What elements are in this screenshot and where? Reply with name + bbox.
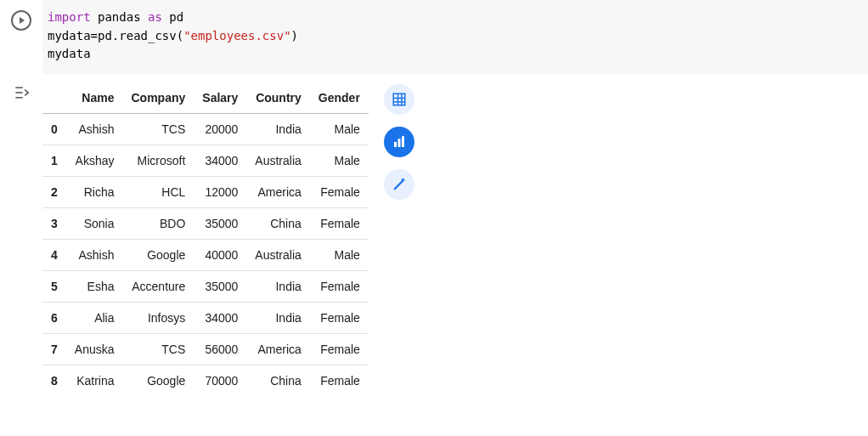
output-gutter[interactable] bbox=[0, 79, 42, 101]
table-cell: Male bbox=[310, 240, 369, 271]
table-row: 1AkshayMicrosoft34000AustraliaMale bbox=[42, 145, 369, 177]
table-view-button[interactable] bbox=[384, 84, 414, 115]
table-cell: Male bbox=[310, 114, 369, 145]
bar-chart-icon bbox=[392, 134, 407, 150]
table-cell: Google bbox=[123, 240, 194, 271]
table-cell: India bbox=[246, 114, 309, 145]
table-cell: Microsoft bbox=[123, 145, 194, 177]
row-index: 3 bbox=[42, 208, 66, 240]
code-text: pandas bbox=[98, 10, 141, 24]
output-body: Name Company Salary Country Gender 0Ashi… bbox=[42, 79, 414, 396]
run-cell-button[interactable] bbox=[11, 10, 31, 31]
code-text: mydata=pd.read_csv( bbox=[48, 29, 183, 42]
table-cell: Ashish bbox=[66, 114, 123, 145]
table-cell: Sonia bbox=[66, 208, 123, 240]
col-header: Salary bbox=[194, 82, 246, 114]
output-cell: Name Company Salary Country Gender 0Ashi… bbox=[0, 79, 868, 396]
table-cell: TCS bbox=[123, 334, 194, 365]
col-header: Country bbox=[246, 82, 309, 114]
dataframe-table: Name Company Salary Country Gender 0Ashi… bbox=[42, 82, 369, 396]
table-icon bbox=[392, 92, 407, 107]
table-cell: Female bbox=[310, 177, 369, 208]
play-icon bbox=[11, 10, 31, 31]
col-header: Name bbox=[66, 82, 123, 114]
table-cell: Akshay bbox=[66, 145, 123, 177]
table-cell: Female bbox=[310, 271, 369, 303]
row-index: 2 bbox=[42, 177, 66, 208]
code-text: ) bbox=[291, 29, 298, 42]
col-header: Gender bbox=[310, 82, 369, 114]
table-cell: Australia bbox=[246, 145, 309, 177]
table-cell: Australia bbox=[246, 240, 309, 271]
table-row: 7AnuskaTCS56000AmericaFemale bbox=[42, 334, 369, 365]
table-cell: 34000 bbox=[194, 145, 246, 177]
output-tools bbox=[384, 82, 414, 200]
table-row: 4AshishGoogle40000AustraliaMale bbox=[42, 240, 369, 271]
table-cell: BDO bbox=[123, 208, 194, 240]
table-row: 0AshishTCS20000IndiaMale bbox=[42, 114, 369, 145]
code-cell: import pandas as pd mydata=pd.read_csv("… bbox=[0, 0, 868, 74]
svg-rect-1 bbox=[393, 93, 405, 105]
table-row: 3SoniaBDO35000ChinaFemale bbox=[42, 208, 369, 240]
table-cell: 20000 bbox=[194, 114, 246, 145]
code-text: mydata bbox=[48, 47, 91, 60]
table-cell: Female bbox=[310, 365, 369, 397]
svg-rect-2 bbox=[394, 142, 397, 147]
table-row: 5EshaAccenture35000IndiaFemale bbox=[42, 271, 369, 303]
table-cell: China bbox=[246, 365, 309, 397]
table-cell: Female bbox=[310, 334, 369, 365]
table-cell: Richa bbox=[66, 177, 123, 208]
table-cell: 40000 bbox=[194, 240, 246, 271]
table-cell: America bbox=[246, 334, 309, 365]
magic-wand-icon bbox=[392, 177, 407, 192]
table-cell: Male bbox=[310, 145, 369, 177]
table-cell: India bbox=[246, 271, 309, 303]
table-row: 6AliaInfosys34000IndiaFemale bbox=[42, 303, 369, 334]
table-cell: HCL bbox=[123, 177, 194, 208]
table-cell: 56000 bbox=[194, 334, 246, 365]
table-cell: Alia bbox=[66, 303, 123, 334]
table-cell: Esha bbox=[66, 271, 123, 303]
table-row: 2RichaHCL12000AmericaFemale bbox=[42, 177, 369, 208]
table-cell: Katrina bbox=[66, 365, 123, 397]
chart-view-button[interactable] bbox=[384, 127, 414, 157]
table-cell: China bbox=[246, 208, 309, 240]
code-editor[interactable]: import pandas as pd mydata=pd.read_csv("… bbox=[42, 0, 868, 74]
cell-gutter bbox=[0, 0, 42, 31]
output-toggle-icon bbox=[13, 84, 30, 101]
table-cell: India bbox=[246, 303, 309, 334]
magic-suggest-button[interactable] bbox=[384, 169, 414, 200]
table-cell: Google bbox=[123, 365, 194, 397]
table-cell: 35000 bbox=[194, 208, 246, 240]
table-cell: 12000 bbox=[194, 177, 246, 208]
code-text: pd bbox=[169, 10, 183, 24]
table-cell: Infosys bbox=[123, 303, 194, 334]
kw-as: as bbox=[148, 10, 162, 24]
table-cell: 35000 bbox=[194, 271, 246, 303]
row-index: 1 bbox=[42, 145, 66, 177]
table-header-row: Name Company Salary Country Gender bbox=[42, 82, 369, 114]
svg-rect-3 bbox=[397, 139, 400, 147]
table-cell: Female bbox=[310, 208, 369, 240]
row-index: 0 bbox=[42, 114, 66, 145]
table-cell: TCS bbox=[123, 114, 194, 145]
table-cell: America bbox=[246, 177, 309, 208]
row-index: 6 bbox=[42, 303, 66, 334]
kw-import: import bbox=[48, 10, 91, 24]
table-cell: Accenture bbox=[123, 271, 194, 303]
index-header bbox=[42, 82, 66, 114]
code-string: "employees.csv" bbox=[183, 29, 290, 42]
col-header: Company bbox=[123, 82, 194, 114]
row-index: 8 bbox=[42, 365, 66, 397]
table-cell: Female bbox=[310, 303, 369, 334]
row-index: 5 bbox=[42, 271, 66, 303]
svg-rect-4 bbox=[402, 136, 404, 147]
table-cell: 70000 bbox=[194, 365, 246, 397]
row-index: 4 bbox=[42, 240, 66, 271]
row-index: 7 bbox=[42, 334, 66, 365]
table-cell: 34000 bbox=[194, 303, 246, 334]
table-cell: Ashish bbox=[66, 240, 123, 271]
table-row: 8KatrinaGoogle70000ChinaFemale bbox=[42, 365, 369, 397]
table-cell: Anuska bbox=[66, 334, 123, 365]
